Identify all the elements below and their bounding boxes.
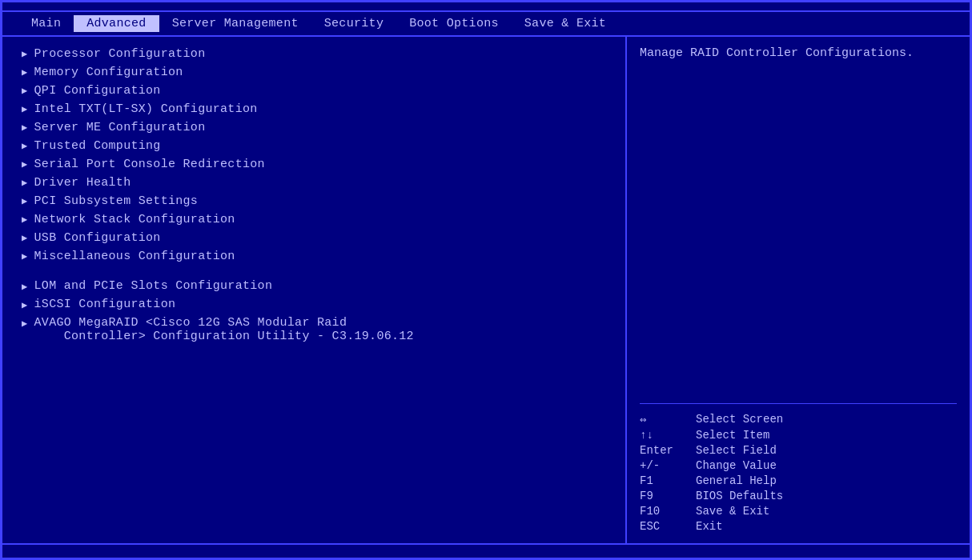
bios-setup-utility: MainAdvancedServer ManagementSecurityBoo… [0, 0, 972, 560]
separator [18, 266, 617, 277]
list-item-label: Server ME Configuration [34, 121, 206, 134]
title-bar [2, 2, 970, 12]
menu-item-security[interactable]: Security [311, 15, 396, 32]
list-item[interactable]: ▶Processor Configuration [18, 45, 617, 63]
arrow-icon: ▶ [22, 140, 28, 152]
key-help-row: ⇔Select Screen [640, 413, 957, 426]
list-item[interactable]: ▶PCI Subsystem Settings [18, 192, 617, 210]
key-help-row: F10Save & Exit [640, 505, 957, 518]
list-item[interactable]: ▶LOM and PCIe Slots Configuration [18, 277, 617, 295]
key-name: F10 [640, 505, 696, 518]
key-name: ↑↓ [640, 429, 696, 442]
menu-item-main[interactable]: Main [18, 15, 74, 32]
list-item[interactable]: ▶Memory Configuration [18, 63, 617, 82]
key-desc: BIOS Defaults [696, 490, 783, 502]
key-help-row: ↑↓Select Item [640, 429, 957, 442]
list-item-label: Memory Configuration [34, 66, 183, 79]
list-item-label: QPI Configuration [34, 84, 161, 98]
key-desc: Select Screen [696, 413, 783, 426]
list-item-label: LOM and PCIe Slots Configuration [34, 279, 273, 293]
key-desc: General Help [696, 474, 777, 487]
list-item-label: Driver Health [34, 176, 131, 190]
key-name: ⇔ [640, 413, 696, 426]
key-help: ⇔Select Screen↑↓Select ItemEnterSelect F… [640, 410, 957, 535]
help-text: Manage RAID Controller Configurations. [640, 45, 957, 397]
menu-item-save---exit[interactable]: Save & Exit [512, 15, 619, 32]
arrow-icon: ▶ [22, 250, 28, 262]
list-item-label: Network Stack Configuration [34, 213, 235, 226]
menu-item-boot-options[interactable]: Boot Options [396, 15, 512, 32]
arrow-icon: ▶ [22, 299, 28, 311]
key-desc: Select Field [696, 444, 777, 457]
list-item-label: PCI Subsystem Settings [34, 194, 199, 208]
key-help-row: F9BIOS Defaults [640, 490, 957, 502]
list-item[interactable]: ▶Driver Health [18, 174, 617, 192]
arrow-icon: ▶ [22, 177, 28, 189]
arrow-icon: ▶ [22, 214, 28, 226]
list-item[interactable]: ▶Serial Port Console Redirection [18, 155, 617, 174]
key-desc: Change Value [696, 459, 777, 472]
key-desc: Save & Exit [696, 505, 769, 518]
key-help-row: F1General Help [640, 474, 957, 487]
key-name: Enter [640, 444, 696, 457]
arrow-icon: ▶ [22, 281, 28, 293]
content-area: ▶Processor Configuration▶Memory Configur… [2, 37, 970, 543]
arrow-icon: ▶ [22, 195, 28, 207]
list-item-label: USB Configuration [34, 231, 161, 245]
bottom-bar [2, 543, 970, 558]
arrow-icon: ▶ [22, 158, 28, 170]
key-help-row: EnterSelect Field [640, 444, 957, 457]
menu-item-server-management[interactable]: Server Management [159, 15, 311, 32]
list-item-label: Intel TXT(LT-SX) Configuration [34, 102, 258, 116]
list-item-label: AVAGO MegaRAID <Cisco 12G SAS Modular Ra… [34, 316, 414, 343]
menu-bar: MainAdvancedServer ManagementSecurityBoo… [2, 12, 970, 37]
list-item[interactable]: ▶iSCSI Configuration [18, 295, 617, 314]
list-item[interactable]: ▶Intel TXT(LT-SX) Configuration [18, 100, 617, 118]
list-item[interactable]: ▶USB Configuration [18, 229, 617, 247]
arrow-icon: ▶ [22, 232, 28, 244]
arrow-icon: ▶ [22, 318, 28, 330]
key-desc: Select Item [696, 429, 769, 442]
arrow-icon: ▶ [22, 48, 28, 60]
list-item[interactable]: ▶Network Stack Configuration [18, 210, 617, 229]
list-item-label: iSCSI Configuration [34, 298, 176, 311]
list-item[interactable]: ▶Miscellaneous Configuration [18, 247, 617, 266]
right-panel: Manage RAID Controller Configurations. ⇔… [627, 37, 970, 543]
arrow-icon: ▶ [22, 66, 28, 78]
list-item[interactable]: ▶AVAGO MegaRAID <Cisco 12G SAS Modular R… [18, 314, 617, 346]
arrow-icon: ▶ [22, 85, 28, 97]
list-item[interactable]: ▶QPI Configuration [18, 82, 617, 100]
list-item[interactable]: ▶Server ME Configuration [18, 118, 617, 137]
key-name: F1 [640, 474, 696, 487]
list-item-label: Miscellaneous Configuration [34, 250, 235, 263]
list-item-label: Trusted Computing [34, 139, 161, 153]
list-item[interactable]: ▶Trusted Computing [18, 137, 617, 155]
key-name: ESC [640, 520, 696, 533]
divider [640, 403, 957, 404]
arrow-icon: ▶ [22, 103, 28, 115]
arrow-icon: ▶ [22, 122, 28, 134]
menu-item-advanced[interactable]: Advanced [74, 15, 159, 32]
list-item-label: Processor Configuration [34, 47, 206, 61]
key-name: F9 [640, 490, 696, 502]
key-desc: Exit [696, 520, 723, 533]
key-help-row: +/-Change Value [640, 459, 957, 472]
key-name: +/- [640, 459, 696, 472]
left-panel: ▶Processor Configuration▶Memory Configur… [2, 37, 627, 543]
list-item-label: Serial Port Console Redirection [34, 158, 265, 171]
key-help-row: ESCExit [640, 520, 957, 533]
